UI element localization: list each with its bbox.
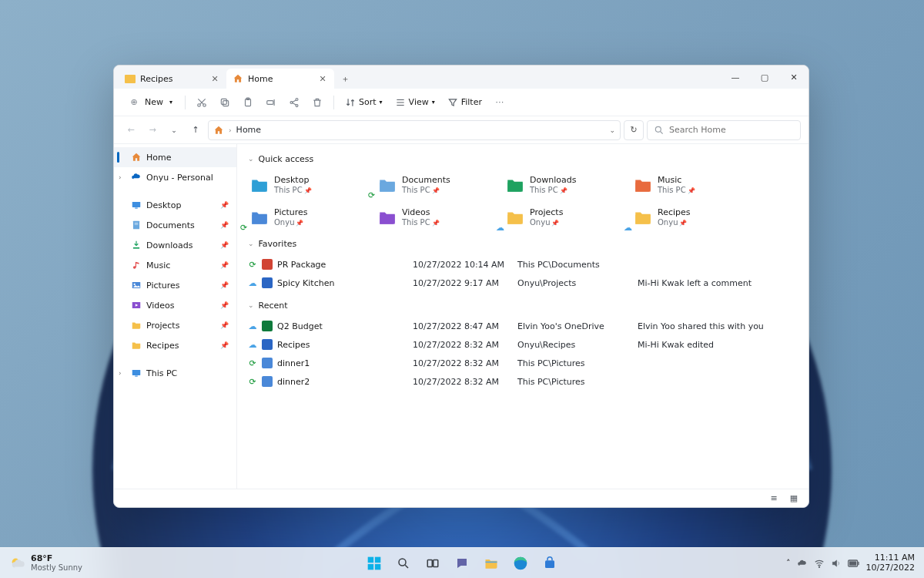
file-row[interactable]: ☁Recipes10/27/2022 8:32 AMOnyu\RecipesMi… bbox=[248, 335, 798, 354]
sidebar-item-documents[interactable]: Documents📌 bbox=[114, 215, 236, 235]
quick-access-videos[interactable]: VideosThis PC📌 bbox=[376, 203, 484, 232]
svg-rect-3 bbox=[223, 100, 229, 106]
recent-locations-button[interactable]: ⌄ bbox=[165, 121, 183, 139]
home-icon bbox=[233, 73, 243, 84]
chevron-right-icon[interactable]: › bbox=[119, 173, 122, 181]
content-area: ⌄Quick access DesktopThis PC📌⟳DocumentsT… bbox=[237, 144, 808, 489]
back-button[interactable]: ← bbox=[122, 121, 140, 139]
sidebar-item-onedrive[interactable]: › Onyu - Personal bbox=[114, 167, 236, 187]
search-icon bbox=[654, 125, 665, 136]
file-path: This PC\Pictures bbox=[517, 358, 633, 368]
section-quick-access[interactable]: ⌄Quick access bbox=[248, 150, 798, 167]
file-row[interactable]: ⟳dinner210/27/2022 8:32 AMThis PC\Pictur… bbox=[248, 372, 798, 391]
search-box[interactable] bbox=[647, 120, 801, 140]
quick-access-music[interactable]: MusicThis PC📌 bbox=[631, 170, 739, 200]
sidebar-item-downloads[interactable]: Downloads📌 bbox=[114, 235, 236, 255]
search-button[interactable] bbox=[390, 550, 417, 576]
filter-button[interactable]: Filter bbox=[443, 92, 487, 113]
tray-chevron-up-icon[interactable]: ˄ bbox=[786, 558, 791, 568]
sync-icon: ⟳ bbox=[368, 190, 376, 198]
close-icon[interactable]: ✕ bbox=[317, 74, 328, 84]
cut-button[interactable] bbox=[192, 92, 212, 113]
tab-home[interactable]: Home ✕ bbox=[226, 69, 334, 89]
sort-button[interactable]: Sort▾ bbox=[340, 92, 387, 113]
chevron-down-icon[interactable]: ⌄ bbox=[609, 126, 615, 134]
file-row[interactable]: ⟳dinner110/27/2022 8:32 AMThis PC\Pictur… bbox=[248, 354, 798, 372]
file-name: Recipes bbox=[277, 340, 408, 350]
address-bar[interactable]: › Home ⌄ bbox=[208, 120, 621, 140]
file-icon bbox=[262, 277, 273, 288]
paste-button[interactable] bbox=[238, 92, 258, 113]
quick-access-projects[interactable]: ☁ProjectsOnyu📌 bbox=[504, 203, 611, 232]
svg-rect-31 bbox=[507, 215, 523, 224]
sidebar-item-music[interactable]: Music📌 bbox=[114, 255, 236, 275]
more-button[interactable]: ⋯ bbox=[490, 92, 510, 113]
battery-icon[interactable] bbox=[848, 559, 860, 568]
pc-icon bbox=[131, 368, 142, 378]
forward-button[interactable]: → bbox=[143, 121, 162, 139]
svg-rect-32 bbox=[635, 215, 651, 224]
quick-access-recipes[interactable]: ☁RecipesOnyu📌 bbox=[631, 203, 739, 232]
task-view-button[interactable] bbox=[420, 550, 446, 576]
taskbar-clock[interactable]: 11:11 AM 10/27/2022 bbox=[866, 553, 915, 572]
chevron-right-icon[interactable]: › bbox=[119, 369, 122, 377]
file-row[interactable]: ☁Q2 Budget10/27/2022 8:47 AMElvin Yoo's … bbox=[248, 317, 798, 335]
thumbnails-view-button[interactable]: ▦ bbox=[787, 492, 801, 505]
sidebar-item-home[interactable]: Home bbox=[114, 147, 236, 167]
new-button[interactable]: ⊕New▾ bbox=[122, 92, 179, 113]
file-path: Onyu\Recipes bbox=[517, 340, 633, 350]
tab-recipes[interactable]: Recipes ✕ bbox=[119, 69, 226, 89]
start-button[interactable] bbox=[361, 550, 387, 576]
section-favorites[interactable]: ⌄Favorites bbox=[248, 235, 798, 252]
quick-access-documents[interactable]: ⟳DocumentsThis PC📌 bbox=[376, 170, 484, 200]
edge-button[interactable] bbox=[507, 550, 534, 576]
refresh-button[interactable]: ↻ bbox=[624, 120, 644, 140]
delete-button[interactable] bbox=[307, 92, 327, 113]
store-button[interactable] bbox=[537, 550, 563, 576]
svg-rect-36 bbox=[368, 563, 374, 570]
file-row[interactable]: ☁Spicy Kitchen10/27/2022 9:17 AMOnyu\Pro… bbox=[248, 274, 798, 292]
breadcrumb[interactable]: Home bbox=[236, 125, 261, 135]
music-icon bbox=[131, 260, 142, 271]
window-controls: — ▢ ✕ bbox=[721, 66, 808, 89]
new-tab-button[interactable]: ＋ bbox=[334, 69, 356, 89]
share-button[interactable] bbox=[284, 92, 304, 113]
minimize-button[interactable]: — bbox=[721, 66, 750, 89]
quick-access-downloads[interactable]: DownloadsThis PC📌 bbox=[504, 170, 611, 200]
close-icon[interactable]: ✕ bbox=[209, 74, 220, 84]
pin-icon: 📌 bbox=[551, 220, 559, 227]
quick-access-desktop[interactable]: DesktopThis PC📌 bbox=[248, 170, 356, 200]
quick-access-pictures[interactable]: ⟳PicturesOnyu📌 bbox=[248, 203, 356, 232]
file-name: dinner1 bbox=[277, 358, 408, 368]
sidebar-item-recipes[interactable]: Recipes📌 bbox=[114, 335, 236, 355]
view-button[interactable]: View▾ bbox=[390, 92, 440, 113]
file-row[interactable]: ⟳PR Package10/27/2022 10:14 AMThis PC\Do… bbox=[248, 255, 798, 274]
sidebar-item-projects[interactable]: Projects📌 bbox=[114, 315, 236, 335]
section-recent[interactable]: ⌄Recent bbox=[248, 297, 798, 314]
file-icon bbox=[262, 339, 273, 350]
file-explorer-button[interactable] bbox=[478, 550, 504, 576]
close-button[interactable]: ✕ bbox=[779, 66, 808, 89]
sidebar-item-this-pc[interactable]: › This PC bbox=[114, 363, 236, 383]
file-note: Mi-Hi Kwak left a comment bbox=[638, 278, 798, 288]
copy-button[interactable] bbox=[215, 92, 235, 113]
volume-icon[interactable] bbox=[831, 558, 842, 569]
onedrive-icon[interactable] bbox=[797, 558, 808, 569]
svg-point-38 bbox=[399, 559, 406, 566]
taskbar-weather[interactable]: 68°FMostly Sunny bbox=[0, 554, 82, 572]
file-icon bbox=[262, 376, 273, 387]
file-path: Elvin Yoo's OneDrive bbox=[517, 321, 633, 331]
sidebar-item-desktop[interactable]: Desktop📌 bbox=[114, 195, 236, 215]
up-button[interactable]: ↑ bbox=[186, 121, 205, 139]
search-input[interactable] bbox=[669, 125, 794, 135]
maximize-button[interactable]: ▢ bbox=[750, 66, 779, 89]
svg-point-21 bbox=[134, 284, 136, 285]
pin-icon: 📌 bbox=[220, 341, 229, 349]
wifi-icon[interactable] bbox=[814, 558, 825, 569]
sidebar-item-videos[interactable]: Videos📌 bbox=[114, 295, 236, 315]
chat-button[interactable] bbox=[449, 550, 475, 576]
pin-icon: 📌 bbox=[220, 241, 229, 249]
sidebar-item-pictures[interactable]: Pictures📌 bbox=[114, 275, 236, 295]
rename-button[interactable] bbox=[261, 92, 281, 113]
details-view-button[interactable]: ≡ bbox=[767, 492, 781, 505]
